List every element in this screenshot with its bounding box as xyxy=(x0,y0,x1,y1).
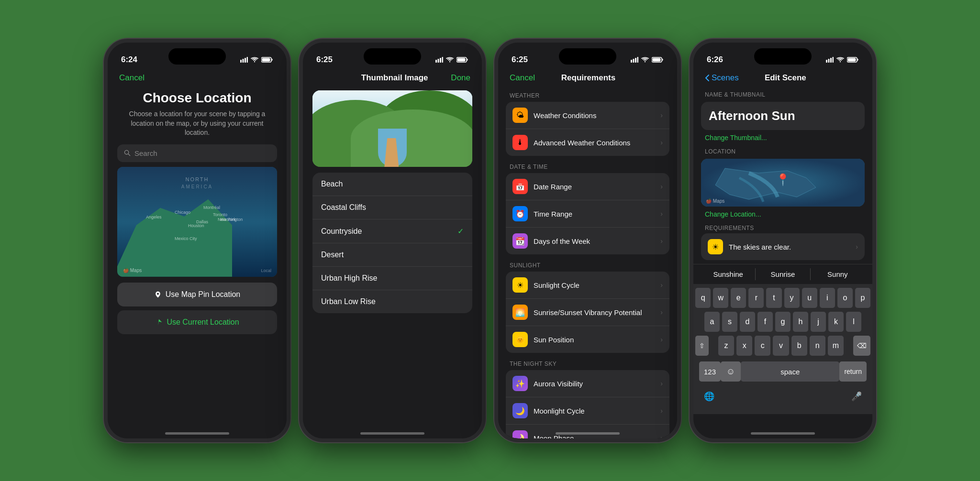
change-thumbnail-link[interactable]: Change Thumbnail... xyxy=(693,132,872,143)
key-h[interactable]: h xyxy=(793,312,808,332)
list-item-countryside[interactable]: Countryside ✓ xyxy=(312,219,472,243)
key-k[interactable]: k xyxy=(828,312,844,332)
thumbnail-preview xyxy=(312,90,472,167)
key-globe[interactable]: 🌐 xyxy=(699,386,719,406)
suggestion-sunrise[interactable]: Sunrise xyxy=(756,268,810,280)
key-i[interactable]: i xyxy=(820,288,835,308)
use-map-pin-button[interactable]: Use Map Pin Location xyxy=(117,283,277,306)
status-icons-4 xyxy=(826,57,859,63)
battery-icon-4 xyxy=(847,57,859,63)
key-a[interactable]: a xyxy=(704,312,720,332)
battery-icon xyxy=(261,57,273,63)
aurora-icon: ✨ xyxy=(512,376,528,391)
key-g[interactable]: g xyxy=(775,312,791,332)
list-item-urban-high[interactable]: Urban High Rise xyxy=(312,267,472,290)
done-button[interactable]: Done xyxy=(451,73,470,83)
time-4: 6:26 xyxy=(707,55,723,65)
key-u[interactable]: u xyxy=(802,288,817,308)
list-item-desert[interactable]: Desert xyxy=(312,243,472,267)
key-v[interactable]: v xyxy=(773,336,789,356)
key-m[interactable]: m xyxy=(828,336,844,356)
search-bar[interactable]: Search xyxy=(117,144,277,162)
key-r[interactable]: r xyxy=(748,288,764,308)
kb-row-3: ⇧ z x c v b n m ⌫ xyxy=(695,336,870,356)
back-button[interactable]: Scenes xyxy=(705,73,739,83)
sunrise-icon: 🌅 xyxy=(512,305,528,320)
kb-row-4: 123 ☺ space return xyxy=(695,360,870,385)
datetime-list: 📅 Date Range › ⏰ Time Range › 📆 Days of … xyxy=(506,173,669,254)
key-z[interactable]: z xyxy=(718,336,734,356)
thumbnail-list: Beach Coastal Cliffs Countryside ✓ Deser… xyxy=(312,173,472,313)
search-placeholder: Search xyxy=(134,149,157,157)
key-b[interactable]: b xyxy=(791,336,807,356)
key-y[interactable]: y xyxy=(784,288,800,308)
key-space[interactable]: space xyxy=(741,361,839,382)
req-date-range[interactable]: 📅 Date Range › xyxy=(506,173,669,200)
req-sun-position[interactable]: 🌞 Sun Position › xyxy=(506,326,669,353)
req-moonlight-cycle[interactable]: 🌙 Moonlight Cycle › xyxy=(506,397,669,425)
sunlight-cycle-text: Sunlight Cycle xyxy=(534,281,655,289)
key-q[interactable]: q xyxy=(695,288,711,308)
sunlight-cycle-icon: ☀ xyxy=(512,277,528,293)
chevron-days: › xyxy=(660,237,663,245)
req-moon-phase[interactable]: 🌛 Moon Phase › xyxy=(506,425,669,438)
key-e[interactable]: e xyxy=(731,288,746,308)
map-city-mexico: Mexico City xyxy=(175,236,197,241)
location-header: LOCATION xyxy=(693,143,872,157)
req-advanced-weather[interactable]: 🌡 Advanced Weather Conditions › xyxy=(506,129,669,156)
list-item-urban-low[interactable]: Urban Low Rise xyxy=(312,290,472,313)
key-l[interactable]: l xyxy=(846,312,861,332)
req-days-week[interactable]: 📆 Days of the Week › xyxy=(506,228,669,254)
key-123[interactable]: 123 xyxy=(699,361,721,382)
scene-name: Afternoon Sun xyxy=(709,109,857,123)
chevron-advanced-weather: › xyxy=(660,139,663,146)
req-weather-conditions[interactable]: 🌤 Weather Conditions › xyxy=(506,102,669,129)
signal-icon-4 xyxy=(826,57,834,63)
svg-rect-18 xyxy=(635,58,636,63)
phones-container: 6:24 Cancel Choose Location Choose a loc… xyxy=(0,29,980,452)
suggestion-sunshine[interactable]: Sunshine xyxy=(701,268,756,280)
svg-rect-19 xyxy=(637,57,639,63)
key-delete[interactable]: ⌫ xyxy=(853,336,870,356)
key-s[interactable]: s xyxy=(722,312,737,332)
map-view[interactable]: NORTH AMERICA Chicago Montréal Toronto N… xyxy=(117,167,277,277)
moonphase-icon: 🌛 xyxy=(512,430,528,438)
req-sun-icon: ☀ xyxy=(708,239,723,254)
key-p[interactable]: p xyxy=(855,288,870,308)
req-time-range[interactable]: ⏰ Time Range › xyxy=(506,200,669,228)
list-item-beach[interactable]: Beach xyxy=(312,173,472,196)
requirements-title: Requirements xyxy=(561,73,615,83)
req-sunlight-cycle[interactable]: ☀ Sunlight Cycle › xyxy=(506,272,669,299)
req-sunrise-sunset[interactable]: 🌅 Sunrise/Sunset Vibrancy Potential › xyxy=(506,299,669,326)
key-return[interactable]: return xyxy=(839,361,867,382)
requirement-text: The skies are clear. xyxy=(729,243,850,251)
key-mic[interactable]: 🎤 xyxy=(846,386,867,406)
key-d[interactable]: d xyxy=(740,312,755,332)
name-thumbnail-header: NAME & THUMBNAIL xyxy=(693,87,872,100)
home-indicator-1 xyxy=(165,432,229,435)
cancel-button-3[interactable]: Cancel xyxy=(510,73,535,83)
list-item-coastal[interactable]: Coastal Cliffs xyxy=(312,196,472,219)
key-emoji[interactable]: ☺ xyxy=(721,361,741,382)
kb-row-1: q w e r t y u i o p xyxy=(695,288,870,308)
keyboard-suggestions: Sunshine Sunrise Sunny xyxy=(693,264,872,284)
key-f[interactable]: f xyxy=(757,312,773,332)
key-o[interactable]: o xyxy=(837,288,853,308)
key-c[interactable]: c xyxy=(755,336,770,356)
key-n[interactable]: n xyxy=(810,336,825,356)
section-weather: WEATHER xyxy=(498,87,677,102)
cancel-button-1[interactable]: Cancel xyxy=(119,73,145,83)
req-aurora[interactable]: ✨ Aurora Visibility › xyxy=(506,370,669,397)
svg-rect-24 xyxy=(828,59,830,63)
key-j[interactable]: j xyxy=(811,312,826,332)
key-t[interactable]: t xyxy=(766,288,781,308)
wifi-icon-4 xyxy=(836,57,844,63)
requirement-row[interactable]: ☀ The skies are clear. › xyxy=(701,233,865,260)
change-location-link[interactable]: Change Location... xyxy=(693,208,872,220)
suggestion-sunny[interactable]: Sunny xyxy=(811,268,865,280)
key-w[interactable]: w xyxy=(713,288,728,308)
key-x[interactable]: x xyxy=(736,336,752,356)
dynamic-island-4 xyxy=(754,48,812,65)
key-shift[interactable]: ⇧ xyxy=(695,336,709,356)
use-current-location-button[interactable]: Use Current Location xyxy=(117,310,277,334)
